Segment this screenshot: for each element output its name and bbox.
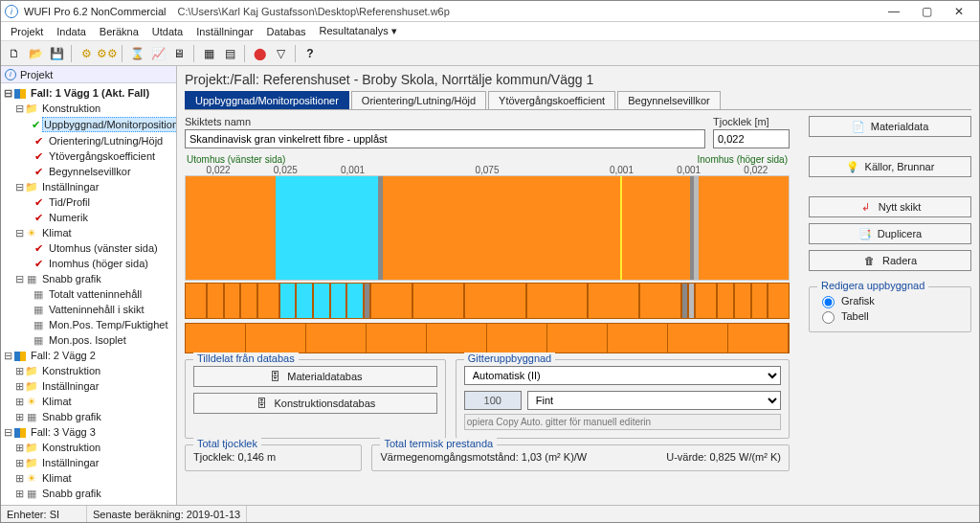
tree-c3-klimat[interactable]: ⊞☀Klimat: [1, 470, 176, 486]
tree-totalt[interactable]: ▦Totalt vatteninnehåll: [1, 286, 176, 302]
layer-diagram[interactable]: [185, 175, 790, 281]
tree-c3-installningar[interactable]: ⊞📁Inställningar: [1, 455, 176, 470]
tree-inomhus[interactable]: ✔Inomhus (höger sida): [1, 256, 176, 271]
tree-case-3[interactable]: ⊟Fall: 3 Vägg 3: [1, 424, 176, 440]
toolbar-table-icon[interactable]: ▦: [199, 44, 218, 63]
toolbar-help-icon[interactable]: ?: [301, 44, 320, 63]
tab-ytovergang[interactable]: Ytövergångskoefficient: [488, 91, 615, 109]
toolbar-new-icon[interactable]: 🗋: [5, 44, 24, 63]
tree-isoplet[interactable]: ▦Mon.pos. Isoplet: [1, 332, 176, 348]
auto-grid-select[interactable]: Automatisk (II): [464, 366, 781, 385]
menu-databas[interactable]: Databas: [261, 24, 312, 39]
radio-tabell[interactable]: Tabell: [817, 308, 963, 324]
toolbar-grid-icon[interactable]: ▤: [220, 44, 239, 63]
radio-grafisk[interactable]: Grafisk: [817, 293, 963, 308]
nytt-skikt-button[interactable]: ↲Nytt skikt: [809, 196, 971, 217]
window-maximize-button[interactable]: ▢: [910, 2, 943, 21]
grid-hint: opiera Copy Auto. gitter för manuell edi…: [464, 414, 781, 430]
window-minimize-button[interactable]: —: [878, 2, 910, 21]
project-title: Projekt:/Fall: Referenshuset - Broby Sko…: [185, 72, 971, 87]
toolbar-hourglass-icon[interactable]: ⌛: [127, 44, 146, 63]
tree-c2-snabb[interactable]: ⊞▦Snabb grafik: [1, 409, 176, 424]
bulb-icon: 💡: [846, 161, 859, 173]
tree-monpos[interactable]: ▦Mon.Pos. Temp/Fuktighet: [1, 317, 176, 332]
menu-indata[interactable]: Indata: [51, 24, 92, 39]
thickness-input[interactable]: [713, 129, 790, 148]
tree-c2-konstruktion[interactable]: ⊞📁Konstruktion: [1, 363, 176, 378]
layer-name-input[interactable]: [185, 129, 705, 148]
project-tree[interactable]: ⊟Fall: 1 Vägg 1 (Akt. Fall) ⊟📁Konstrukti…: [1, 83, 176, 505]
grid-fineness-select[interactable]: Fint: [527, 391, 781, 410]
tree-begynnelse[interactable]: ✔Begynnelsevillkor: [1, 164, 176, 179]
konstruktionsdatabas-button[interactable]: 🗄Konstruktionsdatabas: [193, 393, 437, 414]
window-close-button[interactable]: ✕: [943, 2, 975, 21]
tree-uppbyggnad[interactable]: ✔Uppbyggnad/Monitorpositioner: [1, 116, 176, 133]
layer-name-label: Skiktets namn: [185, 116, 705, 127]
tree-c3-konstruktion[interactable]: ⊞📁Konstruktion: [1, 440, 176, 455]
tree-case-2[interactable]: ⊟Fall: 2 Vägg 2: [1, 348, 176, 363]
toolbar-open-icon[interactable]: 📂: [26, 44, 45, 63]
menu-utdata[interactable]: Utdata: [146, 24, 189, 39]
toolbar: 🗋 📂 💾 ⚙ ⚙⚙ ⌛ 📈 🖥 ▦ ▤ ⬤ ▽ ?: [1, 41, 979, 66]
grid-count-input: [464, 391, 522, 410]
app-title: WUFI Pro 6.2 NonCommercial: [24, 6, 167, 17]
menu-berakna[interactable]: Beräkna: [94, 24, 145, 39]
tree-konstruktion-1[interactable]: ⊟📁Konstruktion: [1, 101, 176, 116]
toolbar-dropdown-icon[interactable]: ▽: [271, 44, 290, 63]
toolbar-save-icon[interactable]: 💾: [47, 44, 66, 63]
tree-orientering[interactable]: ✔Orientering/Lutning/Höjd: [1, 133, 176, 148]
tree-klimat-1[interactable]: ⊟☀Klimat: [1, 225, 176, 240]
tree-header-icon: [5, 69, 16, 80]
db-icon: 🗄: [255, 398, 268, 409]
toolbar-monitor-icon[interactable]: 🖥: [169, 44, 189, 63]
tree-numerik[interactable]: ✔Numerik: [1, 210, 176, 225]
inside-label: Inomhus (höger sida): [698, 154, 789, 165]
db-group-legend: Tilldelat från databas: [193, 352, 299, 364]
tree-header-label: Projekt: [20, 69, 53, 80]
status-units: Enheter: SI: [1, 506, 87, 522]
toolbar-runall-icon[interactable]: ⚙⚙: [98, 44, 117, 63]
titlebar: WUFI Pro 6.2 NonCommercial C:\Users\Karl…: [1, 1, 979, 22]
page-icon: 📄: [852, 121, 865, 133]
menu-projekt[interactable]: Projekt: [5, 24, 49, 39]
redigera-legend: Redigera uppbyggnad: [817, 280, 928, 291]
tree-installningar-1[interactable]: ⊟📁Inställningar: [1, 179, 176, 194]
tree-utomhus[interactable]: ✔Utomhus (vänster sida): [1, 240, 176, 256]
tab-begynnelse[interactable]: Begynnelsevillkor: [617, 91, 721, 109]
statusbar: Enheter: SI Senaste beräkning: 2019-01-1…: [1, 505, 979, 522]
app-icon: [5, 5, 18, 18]
app-window: WUFI Pro 6.2 NonCommercial C:\Users\Karl…: [0, 0, 980, 523]
tree-case-1[interactable]: ⊟Fall: 1 Vägg 1 (Akt. Fall): [1, 85, 176, 101]
menu-installningar[interactable]: Inställningar: [190, 24, 258, 39]
grid-group-legend: Gitteruppbyggnad: [464, 352, 555, 364]
u-value: U-värde: 0,825 W/(m² K): [666, 451, 781, 463]
tree-c2-installningar[interactable]: ⊞📁Inställningar: [1, 378, 176, 394]
tab-orientering[interactable]: Orientering/Lutning/Höjd: [351, 91, 486, 109]
tree-c2-klimat[interactable]: ⊞☀Klimat: [1, 394, 176, 409]
main-area: Projekt ⊟Fall: 1 Vägg 1 (Akt. Fall) ⊟📁Ko…: [1, 66, 979, 505]
scale-row: 0,0220,0250,0010,0750,0010,0010,022: [185, 165, 790, 175]
tree-c3-snabb[interactable]: ⊞▦Snabb grafik: [1, 486, 176, 501]
toolbar-stop-icon[interactable]: ⬤: [250, 44, 269, 63]
tab-uppbyggnad[interactable]: Uppbyggnad/Monitorpositioner: [185, 91, 349, 109]
toolbar-run-icon[interactable]: ⚙: [77, 44, 96, 63]
toolbar-chart-icon[interactable]: 📈: [148, 44, 167, 63]
menu-resultatanalys[interactable]: Resultatanalys ▾: [314, 23, 403, 39]
kallor-button[interactable]: 💡Källor, Brunnar: [809, 156, 971, 177]
total-term-legend: Total termisk prestanda: [380, 438, 497, 449]
tree-vatten[interactable]: ▦Vatteninnehåll i skikt: [1, 302, 176, 317]
radera-button[interactable]: 🗑Radera: [809, 250, 971, 271]
project-tree-panel: Projekt ⊟Fall: 1 Vägg 1 (Akt. Fall) ⊟📁Ko…: [1, 66, 177, 505]
tree-tidprofil[interactable]: ✔Tid/Profil: [1, 194, 176, 210]
file-path: C:\Users\Karl Kaj Gustafsson\Desktop\Ref…: [178, 6, 450, 17]
materialdatabas-button[interactable]: 🗄Materialdatabas: [193, 366, 437, 387]
duplicera-button[interactable]: 📑Duplicera: [809, 223, 971, 244]
total-thick-legend: Total tjocklek: [193, 438, 261, 449]
content-panel: Projekt:/Fall: Referenshuset - Broby Sko…: [177, 66, 979, 505]
materialdata-button[interactable]: 📄Materialdata: [809, 116, 971, 137]
tree-snabb-1[interactable]: ⊟▦Snabb grafik: [1, 271, 176, 286]
db-icon: 🗄: [268, 371, 281, 382]
grid-diagram[interactable]: /*cells drawn statically*/: [185, 283, 790, 319]
tree-ytovergang[interactable]: ✔Ytövergångskoefficient: [1, 148, 176, 164]
monitor-band[interactable]: [185, 323, 790, 353]
